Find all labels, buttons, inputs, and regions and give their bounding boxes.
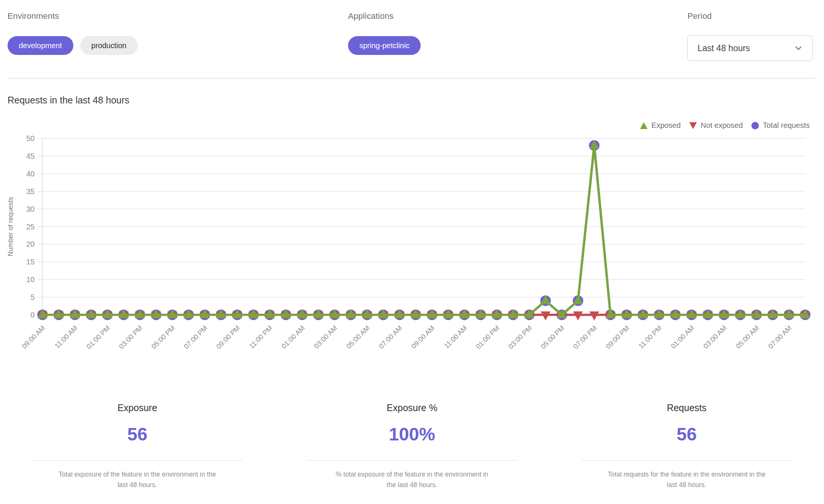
card-exposure-percent: Exposure % 100% % total exposure of the … xyxy=(275,398,549,490)
series-exposed xyxy=(38,140,810,318)
svg-text:35: 35 xyxy=(26,187,35,196)
environment-pill-production[interactable]: production xyxy=(80,36,138,55)
application-pill-spring-petclinic[interactable]: spring-petclinic xyxy=(348,36,421,55)
chevron-down-icon xyxy=(794,43,803,53)
card-value: 56 xyxy=(549,424,824,445)
svg-text:11:00 PM: 11:00 PM xyxy=(637,324,663,350)
svg-text:30: 30 xyxy=(26,205,35,213)
card-value: 56 xyxy=(0,424,275,445)
card-description: % total exposure of the feature in the e… xyxy=(333,469,491,490)
summary-cards: Exposure 56 Total exposure of the featur… xyxy=(0,398,824,490)
svg-text:11:00 AM: 11:00 AM xyxy=(442,324,468,350)
svg-text:07:00 PM: 07:00 PM xyxy=(182,324,209,351)
chart-grid: 05101520253035404550 xyxy=(26,134,806,319)
svg-text:20: 20 xyxy=(26,240,35,248)
card-title: Exposure % xyxy=(275,402,549,413)
card-description: Total requests for the feature in the en… xyxy=(608,469,766,490)
card-divider xyxy=(581,460,792,461)
svg-text:09:00 PM: 09:00 PM xyxy=(604,324,631,351)
svg-text:07:00 AM: 07:00 AM xyxy=(767,324,793,350)
environments-pill-group: development production xyxy=(8,36,138,55)
svg-text:05:00 PM: 05:00 PM xyxy=(539,324,566,351)
card-requests: Requests 56 Total requests for the featu… xyxy=(549,398,824,490)
svg-text:05:00 PM: 05:00 PM xyxy=(150,324,176,351)
applications-pill-group: spring-petclinic xyxy=(348,36,421,55)
svg-text:05:00 AM: 05:00 AM xyxy=(734,324,760,350)
svg-text:40: 40 xyxy=(26,170,35,178)
svg-text:03:00 AM: 03:00 AM xyxy=(702,324,728,350)
chart-svg: 05101520253035404550Number of requests09… xyxy=(0,128,824,376)
period-label: Period xyxy=(687,11,712,21)
applications-label: Applications xyxy=(348,11,394,21)
svg-text:11:00 AM: 11:00 AM xyxy=(53,324,79,350)
card-divider xyxy=(32,460,243,461)
card-title: Requests xyxy=(549,402,824,413)
svg-text:15: 15 xyxy=(26,258,35,266)
svg-text:01:00 AM: 01:00 AM xyxy=(280,324,306,350)
card-title: Exposure xyxy=(0,402,275,413)
svg-text:11:00 PM: 11:00 PM xyxy=(248,324,274,350)
chart-title: Requests in the last 48 hours xyxy=(8,95,129,106)
svg-text:07:00 PM: 07:00 PM xyxy=(572,324,598,351)
svg-text:25: 25 xyxy=(26,223,35,231)
svg-text:05:00 AM: 05:00 AM xyxy=(345,324,371,350)
x-axis-labels: 09:00 AM11:00 AM01:00 PM03:00 PM05:00 PM… xyxy=(20,324,793,351)
requests-line-chart: 05101520253035404550Number of requests09… xyxy=(0,128,824,376)
svg-text:0: 0 xyxy=(30,311,35,319)
series-total-requests xyxy=(37,140,810,320)
svg-text:09:00 AM: 09:00 AM xyxy=(20,324,47,350)
svg-text:03:00 AM: 03:00 AM xyxy=(312,324,339,350)
svg-text:50: 50 xyxy=(26,134,35,143)
svg-text:09:00 PM: 09:00 PM xyxy=(215,324,242,351)
environments-label: Environments xyxy=(8,11,59,21)
card-value: 100% xyxy=(275,424,549,445)
svg-text:03:00 PM: 03:00 PM xyxy=(507,324,534,351)
period-select-value: Last 48 hours xyxy=(698,43,794,53)
svg-text:10: 10 xyxy=(26,275,35,284)
filters-divider xyxy=(8,78,816,79)
card-exposure: Exposure 56 Total exposure of the featur… xyxy=(0,398,275,490)
svg-text:01:00 PM: 01:00 PM xyxy=(85,324,111,351)
card-divider xyxy=(307,460,517,461)
svg-text:03:00 PM: 03:00 PM xyxy=(117,324,144,351)
period-select[interactable]: Last 48 hours xyxy=(687,35,813,61)
svg-text:01:00 AM: 01:00 AM xyxy=(669,324,696,350)
environment-pill-development[interactable]: development xyxy=(8,36,73,55)
svg-text:09:00 AM: 09:00 AM xyxy=(410,324,436,350)
svg-text:5: 5 xyxy=(30,293,35,301)
y-axis-label: Number of requests xyxy=(7,197,14,256)
card-description: Total exposure of the feature in the env… xyxy=(58,469,216,490)
svg-text:07:00 AM: 07:00 AM xyxy=(377,324,404,350)
metrics-page: Environments development production Appl… xyxy=(0,0,824,504)
svg-text:01:00 PM: 01:00 PM xyxy=(474,324,501,351)
svg-text:45: 45 xyxy=(26,152,35,160)
